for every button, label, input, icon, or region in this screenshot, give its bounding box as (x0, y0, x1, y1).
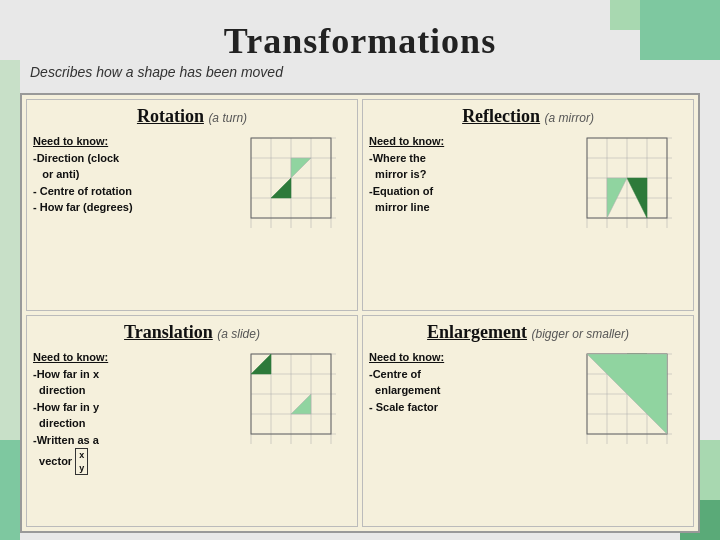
svg-marker-38 (291, 394, 311, 414)
reflection-diagram (577, 133, 687, 233)
quadrant-translation: Translation (a slide) Need to know: -How… (26, 315, 358, 527)
translation-subtitle: (a slide) (217, 327, 260, 341)
translation-header: Translation (a slide) (33, 322, 351, 343)
page-subtitle: Describes how a shape has been moved (20, 64, 700, 80)
main-container: Transformations Describes how a shape ha… (20, 10, 700, 530)
reflection-header: Reflection (a mirror) (369, 106, 687, 127)
enlargement-svg (577, 349, 687, 449)
enlargement-content: Need to know: -Centre of enlargement - S… (369, 349, 687, 520)
translation-diagram (241, 349, 351, 449)
rotation-subtitle: (a turn) (208, 111, 247, 125)
quadrant-rotation: Rotation (a turn) Need to know: -Directi… (26, 99, 358, 311)
bg-decoration-left-stripe (0, 60, 20, 440)
reflection-title: Reflection (462, 106, 540, 126)
reflection-content: Need to know: -Where the mirror is? -Equ… (369, 133, 687, 304)
svg-marker-37 (251, 354, 271, 374)
reflection-svg (577, 133, 687, 233)
enlargement-subtitle: (bigger or smaller) (532, 327, 629, 341)
bg-decoration-bottom-left (0, 440, 20, 540)
rotation-title: Rotation (137, 106, 204, 126)
translation-title: Translation (124, 322, 213, 342)
enlargement-title: Enlargement (427, 322, 527, 342)
bg-decoration-bottom-right-2 (700, 440, 720, 500)
svg-marker-11 (271, 178, 291, 198)
enlargement-diagram (577, 349, 687, 449)
rotation-svg (241, 133, 351, 233)
quadrants-grid: Rotation (a turn) Need to know: -Directi… (20, 93, 700, 533)
rotation-need-to-know: Need to know: -Direction (clock or anti)… (33, 133, 235, 304)
rotation-header: Rotation (a turn) (33, 106, 351, 127)
svg-marker-12 (291, 158, 311, 178)
quadrant-enlargement: Enlargement (bigger or smaller) Need to … (362, 315, 694, 527)
title-section: Transformations Describes how a shape ha… (20, 10, 700, 85)
reflection-need-to-know: Need to know: -Where the mirror is? -Equ… (369, 133, 571, 304)
enlargement-need-to-know: Need to know: -Centre of enlargement - S… (369, 349, 571, 520)
rotation-diagram (241, 133, 351, 233)
page-title: Transformations (20, 20, 700, 62)
translation-content: Need to know: -How far in x direction -H… (33, 349, 351, 520)
translation-svg (241, 349, 351, 449)
translation-need-to-know: Need to know: -How far in x direction -H… (33, 349, 235, 520)
enlargement-header: Enlargement (bigger or smaller) (369, 322, 687, 343)
rotation-content: Need to know: -Direction (clock or anti)… (33, 133, 351, 304)
reflection-subtitle: (a mirror) (545, 111, 594, 125)
quadrant-reflection: Reflection (a mirror) Need to know: -Whe… (362, 99, 694, 311)
